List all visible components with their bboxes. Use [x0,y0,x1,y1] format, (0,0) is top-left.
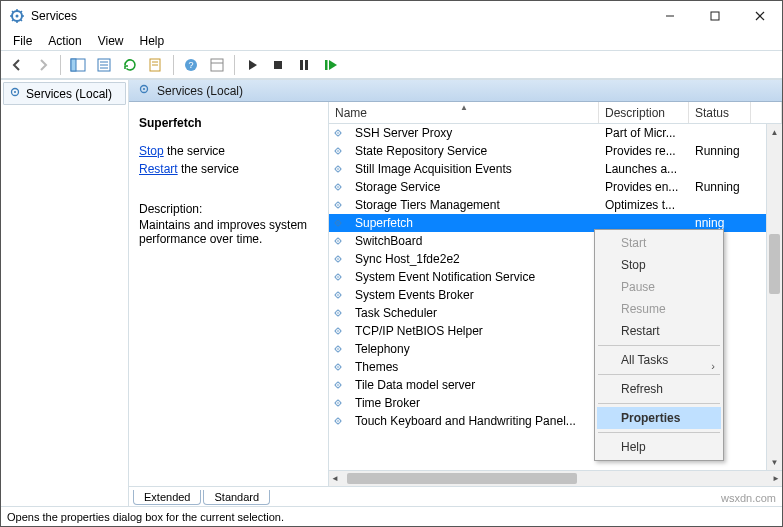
status-bar: Opens the properties dialog box for the … [1,506,782,526]
svg-rect-30 [305,60,308,70]
refresh-button[interactable] [118,53,142,77]
export-list-button[interactable] [92,53,116,77]
svg-point-62 [337,204,338,205]
ctx-separator [598,374,720,375]
service-icon [329,144,349,158]
service-description: Provides re... [599,144,689,158]
window-title: Services [31,9,647,23]
back-button[interactable] [5,53,29,77]
menu-view[interactable]: View [90,32,132,50]
svg-line-7 [21,20,23,22]
ctx-restart[interactable]: Restart [597,320,721,342]
properties-button[interactable] [144,53,168,77]
svg-point-92 [337,294,338,295]
svg-marker-27 [249,60,257,70]
service-name: Task Scheduler [349,306,599,320]
vertical-scrollbar[interactable]: ▲ ▼ [766,124,782,470]
menu-help[interactable]: Help [132,32,173,50]
tree-root-services-local[interactable]: Services (Local) [3,82,126,105]
close-button[interactable] [737,1,782,31]
ctx-refresh-label: Refresh [621,382,663,396]
svg-point-98 [337,312,338,313]
svg-point-38 [337,132,338,133]
col-status-label: Status [695,106,729,120]
maximize-button[interactable] [692,1,737,31]
col-description-label: Description [605,106,665,120]
svg-point-74 [337,240,338,241]
menu-file[interactable]: File [5,32,40,50]
titlebar: Services [1,1,782,31]
ctx-stop[interactable]: Stop [597,254,721,276]
service-name: Tile Data model server [349,378,599,392]
scroll-left-icon[interactable]: ◄ [331,474,339,483]
pause-service-button[interactable] [292,53,316,77]
hscroll-thumb[interactable] [347,473,577,484]
service-icon [329,342,349,356]
ctx-help-label: Help [621,440,646,454]
app-icon [9,8,25,24]
svg-text:?: ? [188,60,193,70]
scroll-up-icon[interactable]: ▲ [767,124,782,140]
stop-service-button[interactable] [266,53,290,77]
table-row[interactable]: State Repository ServiceProvides re...Ru… [329,142,782,160]
service-icon [329,198,349,212]
table-row[interactable]: Storage ServiceProvides en...Running [329,178,782,196]
minimize-button[interactable] [647,1,692,31]
table-row[interactable]: Storage Tiers ManagementOptimizes t... [329,196,782,214]
ctx-resume-label: Resume [621,302,666,316]
tab-extended-label: Extended [144,491,190,503]
gear-icon [137,82,151,99]
col-status[interactable]: Status [689,102,751,123]
col-name[interactable]: Name ▲ [329,102,599,123]
ctx-help[interactable]: Help [597,436,721,458]
filter-button[interactable] [205,53,229,77]
details-pane: Superfetch Stop the service Restart the … [129,102,329,486]
description-heading: Description: [139,202,318,216]
table-row[interactable]: Still Image Acquisition EventsLaunches a… [329,160,782,178]
svg-marker-32 [329,60,337,70]
service-name: SSH Server Proxy [349,126,599,140]
ctx-all-tasks-label: All Tasks [621,353,668,367]
ctx-all-tasks[interactable]: All Tasks [597,349,721,371]
svg-line-9 [21,11,23,13]
restart-service-button[interactable] [318,53,342,77]
horizontal-scrollbar[interactable]: ◄ ► [329,470,782,486]
svg-point-1 [16,15,19,18]
services-window: Services File Action View Help ? [0,0,783,527]
svg-rect-28 [274,61,282,69]
col-name-label: Name [335,106,367,120]
help-button[interactable]: ? [179,53,203,77]
forward-button[interactable] [31,53,55,77]
restart-link[interactable]: Restart [139,162,178,176]
tab-standard[interactable]: Standard [203,490,270,505]
status-text: Opens the properties dialog box for the … [7,511,284,523]
service-name: Touch Keyboard and Handwriting Panel... [349,414,599,428]
toolbar: ? [1,51,782,79]
svg-point-86 [337,276,338,277]
show-hide-tree-button[interactable] [66,53,90,77]
service-name: Still Image Acquisition Events [349,162,599,176]
table-row[interactable]: SSH Server ProxyPart of Micr... [329,124,782,142]
scroll-right-icon[interactable]: ► [772,474,780,483]
scroll-down-icon[interactable]: ▼ [767,454,782,470]
gear-icon [8,85,22,102]
ctx-properties[interactable]: Properties [597,407,721,429]
toolbar-separator [234,55,235,75]
service-icon [329,270,349,284]
ctx-refresh[interactable]: Refresh [597,378,721,400]
ctx-separator [598,403,720,404]
tab-extended[interactable]: Extended [133,490,201,505]
service-description: Part of Micr... [599,126,689,140]
window-buttons [647,1,782,31]
start-service-button[interactable] [240,53,264,77]
scroll-thumb[interactable] [769,234,780,294]
group-header-label: Services (Local) [157,84,243,98]
stop-link[interactable]: Stop [139,144,164,158]
service-icon [329,162,349,176]
col-description[interactable]: Description [599,102,689,123]
service-icon [329,216,349,230]
service-name: Telephony [349,342,599,356]
menu-action[interactable]: Action [40,32,89,50]
svg-point-134 [337,420,338,421]
col-extra[interactable] [751,102,782,123]
